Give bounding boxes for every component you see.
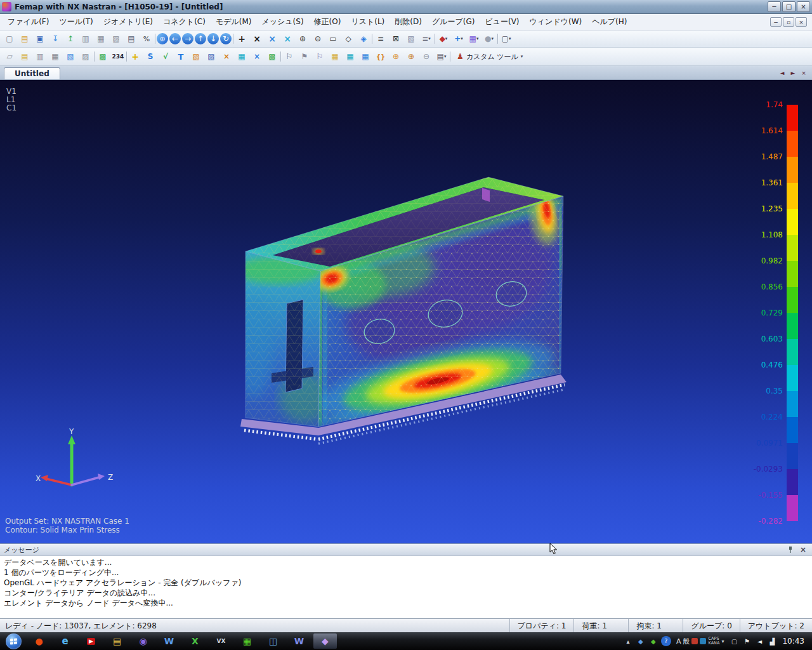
taskbar-app-excel[interactable]: X <box>183 633 207 649</box>
grid-add-icon[interactable]: ▧ <box>63 50 77 63</box>
messages-log[interactable]: データベースを開いています...1 個のパーツをローディング中...OpenGL… <box>0 556 812 618</box>
solid-orange-icon[interactable]: ▧ <box>189 50 203 63</box>
load-table-icon[interactable]: ▦ <box>328 50 342 63</box>
zoom-in-icon[interactable]: ⊕ <box>296 32 310 45</box>
solid-display-icon[interactable]: ▧ <box>404 32 418 45</box>
ime-tool-icon[interactable] <box>691 638 698 644</box>
fit-view-icon[interactable]: ◇ <box>341 32 355 45</box>
nav-refresh-icon[interactable]: ↻ <box>220 33 232 44</box>
bc-flag-icon[interactable]: ⚐ <box>313 50 327 63</box>
workplane-icon[interactable]: ▦ ▾ <box>467 32 481 45</box>
tray-network-icon[interactable]: ▟ <box>767 636 777 646</box>
data-surface-icon[interactable]: ▤ <box>18 50 32 63</box>
add-icon[interactable]: + <box>235 32 249 45</box>
messages-close-button[interactable]: × <box>798 545 808 554</box>
save-model-icon[interactable]: ▣ <box>33 32 47 45</box>
mdi-restore-button[interactable]: ▫ <box>783 17 794 27</box>
print-icon[interactable]: ▤ <box>124 32 138 45</box>
maximize-button[interactable]: □ <box>782 1 796 12</box>
tray-app1-icon[interactable]: ◆ <box>636 636 646 646</box>
export-icon[interactable]: ↥ <box>63 32 77 45</box>
csys2-icon[interactable]: ⊕ <box>404 50 418 63</box>
open-model-icon[interactable]: ▤ <box>18 32 32 45</box>
menu-list[interactable]: リスト(L) <box>346 13 390 30</box>
ime-keyboard-icon[interactable] <box>700 638 706 644</box>
picture-copy-icon[interactable]: ▥ <box>79 32 93 45</box>
model-viewport[interactable]: V1L1C1 Output Set: NX NASTRAN Case 1 Con… <box>0 80 812 543</box>
function-icon[interactable]: {} <box>374 50 388 63</box>
tab-close-button[interactable]: × <box>799 69 808 77</box>
menu-group[interactable]: グループ(G) <box>427 13 480 30</box>
remesh-icon[interactable]: ▩ <box>265 50 279 63</box>
data-table-icon[interactable]: ▥ <box>33 50 47 63</box>
menu-model[interactable]: モデル(M) <box>211 13 257 30</box>
taskbar-app-browser[interactable]: ● <box>27 633 51 649</box>
display-options-icon[interactable]: ≡ ▾ <box>419 32 433 45</box>
layout-icon[interactable]: ▦ <box>94 32 108 45</box>
close-button[interactable]: × <box>797 1 810 12</box>
nav-back-icon[interactable]: ← <box>169 33 181 44</box>
taskbar-app-docs[interactable]: ◫ <box>261 633 285 649</box>
mesh-surface-icon[interactable]: ▦ <box>235 50 249 63</box>
edit-icon[interactable]: ▨ <box>79 50 93 63</box>
menu-view[interactable]: ビュー(V) <box>480 13 524 30</box>
tab-untitled[interactable]: Untitled <box>4 67 60 79</box>
import-icon[interactable]: ↧ <box>48 32 62 45</box>
lock-icon[interactable]: ⊖ <box>419 50 433 63</box>
taskbar-clock[interactable]: 10:43 <box>782 637 804 646</box>
menu-help[interactable]: ヘルプ(H) <box>587 13 632 30</box>
mdi-minimize-button[interactable]: − <box>770 17 782 27</box>
pick-mode-icon[interactable]: ◆ ▾ <box>436 32 450 45</box>
surface-check-icon[interactable]: √ <box>159 50 173 63</box>
ime-bar[interactable]: A 般 CAPS KANA ▾ <box>676 637 724 646</box>
point-icon[interactable]: + <box>128 50 142 63</box>
ime-input-mode[interactable]: A <box>676 637 681 646</box>
start-button[interactable] <box>6 633 22 649</box>
constraint-table-icon[interactable]: ▦ <box>343 50 357 63</box>
taskbar-app-word2[interactable]: W <box>287 633 311 649</box>
ime-options-caret[interactable]: ▾ <box>721 639 724 644</box>
zoom-box-icon[interactable]: ▭ <box>326 32 340 45</box>
tray-expand-icon[interactable]: ▴ <box>623 636 633 646</box>
taskbar-app-media[interactable]: ◉ <box>131 633 155 649</box>
entity-list-icon[interactable]: ≡ <box>374 32 388 45</box>
spline-icon[interactable]: S <box>143 50 157 63</box>
menu-delete[interactable]: 削除(D) <box>390 13 427 30</box>
snap-mode-icon[interactable]: + ▾ <box>452 32 466 45</box>
mdi-close-button[interactable]: × <box>796 17 807 27</box>
output-list-icon[interactable]: ▤ ▾ <box>435 50 449 63</box>
mesh-edit-icon[interactable]: × <box>250 50 264 63</box>
new-model-icon[interactable]: ▢ <box>3 32 16 45</box>
menu-file[interactable]: ファイル(F) <box>3 13 54 30</box>
nav-down-icon[interactable]: ↓ <box>207 33 219 44</box>
tray-flag-icon[interactable]: ⚑ <box>742 636 752 646</box>
taskbar-app-ie[interactable]: e <box>53 633 77 649</box>
nav-up-icon[interactable]: ↑ <box>195 33 206 44</box>
delete-output-icon[interactable]: × <box>280 32 294 45</box>
model-info-icon[interactable]: ▦ <box>48 50 62 63</box>
taskbar-app-vx[interactable]: VX <box>209 633 233 649</box>
constraint-flag-icon[interactable]: ⚑ <box>298 50 311 63</box>
taskbar-app-youtube[interactable]: ▶ <box>79 633 103 649</box>
nav-forward-icon[interactable]: → <box>182 33 193 44</box>
tray-app2-icon[interactable]: ◆ <box>648 636 658 646</box>
analysis-set-icon[interactable]: ▦ <box>358 50 372 63</box>
entity-info-icon[interactable]: ▱ <box>3 50 16 63</box>
taskbar-app-explorer[interactable]: ▤ <box>105 633 129 649</box>
render-mode-icon[interactable]: ● ▾ <box>482 32 496 45</box>
tray-help-icon[interactable]: ? <box>661 636 671 646</box>
notes-icon[interactable]: ▨ <box>109 32 123 45</box>
view-style-icon[interactable]: ▢ ▾ <box>499 32 513 45</box>
taskbar-app-green[interactable]: ▦ <box>235 633 259 649</box>
menu-connect[interactable]: コネクト(C) <box>158 13 211 30</box>
pin-icon[interactable] <box>787 546 794 554</box>
tab-scroll-right-button[interactable]: ► <box>789 69 797 77</box>
csys-icon[interactable]: ⊕ <box>389 50 403 63</box>
selector-icon[interactable]: ⊠ <box>389 32 403 45</box>
minimize-button[interactable]: − <box>768 1 781 12</box>
menu-modify[interactable]: 修正(O) <box>309 13 346 30</box>
calculate-icon[interactable]: % <box>140 32 154 45</box>
menu-tools[interactable]: ツール(T) <box>54 13 98 30</box>
delete-mesh-icon[interactable]: × <box>265 32 279 45</box>
solid-blue-icon[interactable]: ▨ <box>204 50 218 63</box>
